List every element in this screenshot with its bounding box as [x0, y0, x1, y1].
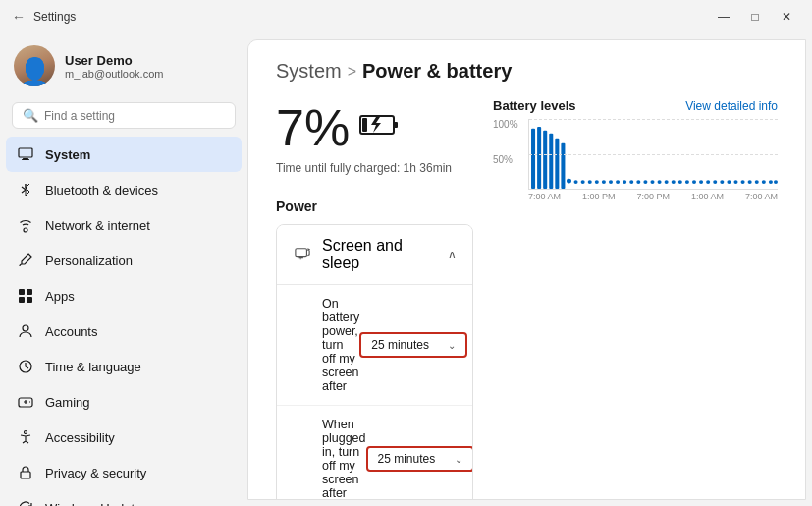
power-row-0: On battery power, turn off my screen aft… [277, 285, 472, 406]
battery-levels-header: Battery levels View detailed info [493, 98, 778, 113]
nav-list: System Bluetooth & devices Network & int… [0, 137, 247, 506]
svg-rect-13 [394, 122, 398, 128]
maximize-button[interactable]: □ [741, 7, 769, 27]
chart-line-50 [529, 154, 778, 155]
view-detailed-link[interactable]: View detailed info [685, 99, 778, 113]
title-bar: ← Settings — □ ✕ [0, 0, 812, 33]
left-panel: 7% Time until fully charged: 1h 36min Po… [276, 98, 473, 500]
screen-sleep-header[interactable]: Screen and sleep ∧ [277, 225, 472, 284]
svg-rect-1 [23, 158, 28, 159]
svg-point-38 [672, 180, 676, 184]
svg-point-51 [762, 180, 766, 184]
svg-point-39 [678, 180, 682, 184]
search-input[interactable] [44, 109, 225, 123]
back-icon[interactable]: ← [12, 9, 26, 25]
breadcrumb-separator: > [348, 63, 356, 81]
sidebar-item-time[interactable]: Time & language [6, 349, 242, 384]
right-panel: Battery levels View detailed info 100% 5… [493, 98, 778, 500]
svg-point-40 [685, 180, 689, 184]
sidebar-item-bluetooth-label: Bluetooth & devices [45, 183, 158, 197]
sidebar-item-personalization[interactable]: Personalization [6, 243, 242, 278]
power-card: Screen and sleep ∧ On battery power, tur… [276, 224, 473, 500]
svg-point-48 [741, 180, 745, 184]
battery-icon [359, 112, 399, 143]
user-name: User Demo [65, 53, 163, 68]
sidebar-item-accounts[interactable]: Accounts [6, 313, 242, 349]
chart-x-1: 1:00 PM [582, 192, 616, 201]
search-box[interactable]: 🔍 [12, 102, 236, 129]
svg-rect-21 [555, 139, 559, 189]
avatar: 👤 [14, 45, 55, 86]
chevron-down-icon: ⌄ [448, 340, 456, 351]
chart-label-50: 50% [493, 154, 518, 165]
power-row-1-label: When plugged in, turn off my screen afte… [322, 418, 366, 500]
svg-rect-18 [537, 127, 541, 189]
chart-area [528, 119, 778, 190]
user-profile[interactable]: 👤 User Demo m_lab@outlook.com [0, 33, 247, 98]
svg-rect-22 [561, 143, 565, 189]
svg-point-36 [658, 180, 662, 184]
apps-icon [16, 286, 35, 306]
svg-point-37 [665, 180, 669, 184]
svg-point-44 [713, 180, 717, 184]
sidebar-item-network[interactable]: Network & internet [6, 207, 242, 243]
svg-point-43 [706, 180, 710, 184]
svg-point-35 [650, 180, 654, 184]
app-body: 👤 User Demo m_lab@outlook.com 🔍 System [0, 33, 812, 506]
power-row-1-value: 25 minutes [378, 452, 436, 466]
monitor-icon [16, 144, 35, 164]
main-content: System > Power & battery 7% [247, 39, 806, 500]
svg-point-32 [629, 180, 633, 184]
chart-x-4: 7:00 AM [745, 192, 778, 201]
sidebar-item-gaming[interactable]: Gaming [6, 384, 242, 420]
chevron-up-icon: ∧ [448, 248, 457, 261]
search-icon: 🔍 [23, 108, 38, 123]
chevron-down-icon: ⌄ [455, 454, 462, 465]
svg-rect-3 [19, 289, 25, 295]
svg-point-45 [720, 180, 724, 184]
close-button[interactable]: ✕ [773, 7, 800, 27]
sidebar-item-accessibility-label: Accessibility [45, 430, 115, 445]
power-row-1-dropdown[interactable]: 25 minutes ⌄ [366, 446, 474, 472]
sidebar-item-apps[interactable]: Apps [6, 278, 242, 313]
chart-y-labels: 100% 50% [493, 119, 518, 190]
svg-point-46 [727, 180, 731, 184]
svg-point-25 [581, 180, 585, 184]
sidebar-item-windows-update-label: Windows Update [45, 501, 141, 507]
update-icon [16, 498, 35, 506]
battery-percent: 7% [276, 98, 350, 157]
svg-point-50 [755, 180, 759, 184]
sidebar-item-bluetooth[interactable]: Bluetooth & devices [6, 172, 242, 207]
sidebar-item-privacy[interactable]: Privacy & security [6, 455, 242, 490]
window-title: Settings [33, 10, 76, 24]
content-grid: 7% Time until fully charged: 1h 36min Po… [276, 98, 778, 500]
minimize-button[interactable]: — [710, 7, 737, 27]
svg-point-47 [733, 180, 737, 184]
user-info: User Demo m_lab@outlook.com [65, 53, 163, 80]
sidebar-item-time-label: Time & language [45, 360, 141, 374]
chart-line-100 [529, 119, 778, 120]
svg-rect-17 [531, 129, 535, 189]
sidebar-item-gaming-label: Gaming [45, 395, 90, 410]
accessibility-icon [16, 427, 35, 447]
svg-rect-5 [19, 297, 25, 303]
sidebar-item-apps-label: Apps [45, 289, 75, 304]
sidebar-item-privacy-label: Privacy & security [45, 466, 146, 480]
svg-rect-4 [27, 289, 32, 295]
battery-percent-row: 7% [276, 98, 473, 157]
svg-point-28 [602, 180, 606, 184]
chart-x-0: 7:00 AM [528, 192, 561, 201]
svg-rect-2 [22, 159, 29, 160]
sidebar-item-system[interactable]: System [6, 137, 242, 172]
breadcrumb: System > Power & battery [276, 60, 778, 83]
sidebar: 👤 User Demo m_lab@outlook.com 🔍 System [0, 33, 247, 506]
sidebar-item-accessibility[interactable]: Accessibility [6, 420, 242, 455]
svg-point-24 [574, 180, 578, 184]
svg-point-33 [636, 180, 640, 184]
clock-icon [16, 357, 35, 376]
sidebar-item-personalization-label: Personalization [45, 253, 133, 268]
person-icon [16, 321, 35, 341]
sidebar-item-windows-update[interactable]: Windows Update [6, 490, 242, 506]
power-row-0-dropdown[interactable]: 25 minutes ⌄ [359, 332, 467, 358]
battery-levels-title: Battery levels [493, 98, 576, 113]
